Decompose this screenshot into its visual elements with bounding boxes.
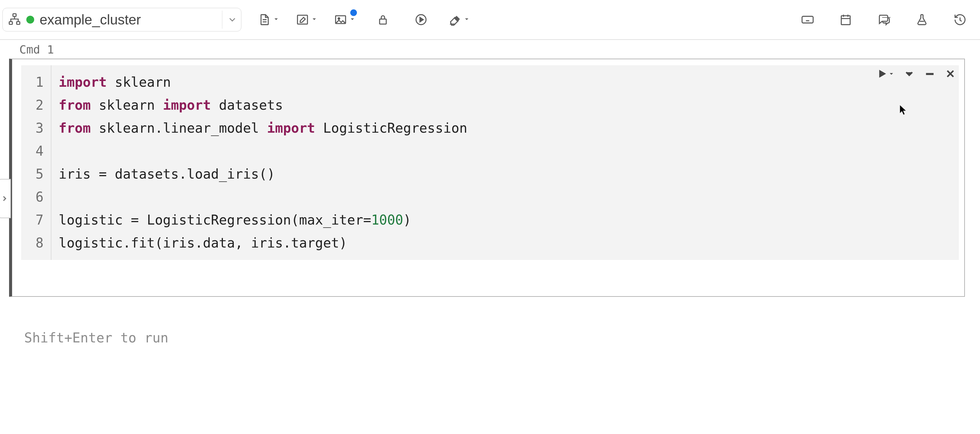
file-menu[interactable] (258, 9, 280, 30)
keyboard-shortcuts-button[interactable] (797, 9, 818, 30)
edit-menu[interactable] (296, 9, 318, 30)
delete-cell-button[interactable] (944, 68, 956, 80)
side-expand-handle[interactable] (0, 179, 11, 218)
run-hint: Shift+Enter to run (0, 297, 980, 345)
experiments-button[interactable] (911, 9, 933, 30)
svg-rect-9 (841, 16, 850, 24)
cell-label: Cmd 1 (9, 40, 965, 59)
svg-rect-10 (926, 73, 933, 74)
code-editor[interactable]: 12345678 import sklearn from sklearn imp… (21, 65, 959, 260)
hierarchy-icon (8, 13, 21, 27)
chevron-down-icon (273, 16, 280, 24)
notebook-toolbar: example_cluster (0, 0, 980, 40)
expand-below-button[interactable] (903, 68, 915, 80)
schedule-button[interactable] (835, 9, 857, 30)
code-cell: 12345678 import sklearn from sklearn imp… (9, 59, 965, 297)
svg-rect-3 (298, 15, 307, 24)
run-all-button[interactable] (410, 9, 432, 30)
line-gutter: 12345678 (21, 65, 51, 260)
cluster-selector[interactable]: example_cluster (2, 8, 241, 32)
cluster-status-dot (26, 16, 34, 24)
minimize-cell-button[interactable] (924, 68, 936, 80)
chevron-down-icon (463, 16, 470, 24)
revision-history-button[interactable] (949, 9, 971, 30)
run-cell-button[interactable] (876, 68, 895, 80)
notification-dot (350, 10, 357, 16)
cluster-menu-toggle[interactable] (222, 11, 237, 29)
svg-rect-8 (802, 16, 813, 23)
comments-button[interactable] (873, 9, 895, 30)
image-menu[interactable] (334, 9, 356, 30)
svg-point-5 (338, 18, 340, 20)
clear-menu[interactable] (448, 9, 470, 30)
permissions-button[interactable] (372, 9, 394, 30)
code-content[interactable]: import sklearn from sklearn import datas… (51, 65, 959, 260)
svg-rect-2 (17, 22, 20, 24)
chevron-down-icon (311, 16, 318, 24)
svg-rect-6 (380, 19, 386, 24)
cell-toolbar (876, 68, 956, 80)
svg-rect-0 (13, 14, 16, 17)
chevron-down-icon (349, 16, 356, 24)
cluster-name: example_cluster (40, 11, 141, 28)
svg-rect-1 (10, 22, 13, 24)
